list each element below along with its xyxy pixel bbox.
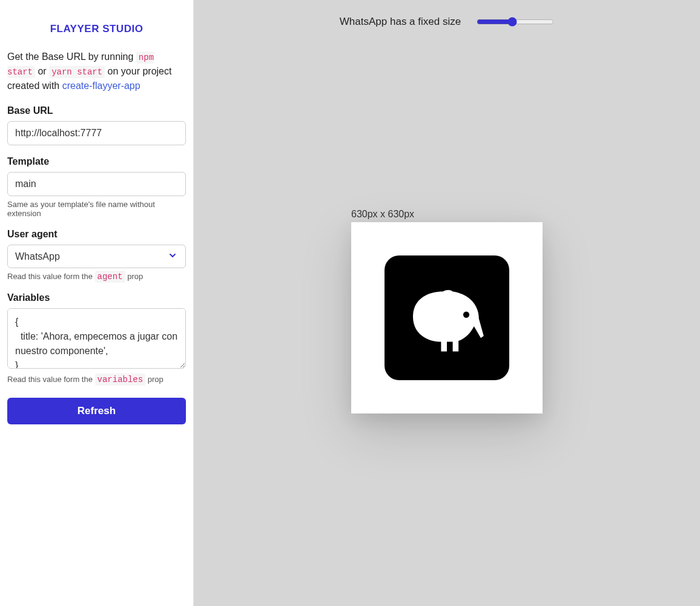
refresh-button[interactable]: Refresh: [7, 398, 186, 424]
template-input[interactable]: [7, 172, 186, 196]
preview-box-wrap: 630px x 630px: [351, 209, 543, 413]
create-flayyer-app-link[interactable]: create-flayyer-app: [62, 81, 140, 91]
preview-canvas: WhatsApp has a fixed size 630px x 630px: [194, 0, 700, 606]
user-agent-helper: Read this value form the agent prop: [7, 272, 186, 282]
kiwi-tile: [385, 255, 509, 380]
user-agent-select-wrap: WhatsApp: [7, 245, 186, 268]
template-helper: Same as your template's file name withou…: [7, 200, 186, 218]
user-agent-helper-lead: Read this value form the: [7, 272, 95, 281]
base-url-input[interactable]: [7, 121, 186, 145]
intro-lead: Get the Base URL by running: [7, 51, 136, 62]
code-yarn-start: yarn start: [49, 66, 105, 78]
preview-box: [351, 222, 543, 413]
app-title: FLAYYER STUDIO: [7, 0, 186, 50]
base-url-field: Base URL: [7, 105, 186, 145]
sidebar: FLAYYER STUDIO Get the Base URL by runni…: [0, 0, 194, 606]
variables-helper: Read this value form the variables prop: [7, 375, 186, 384]
preview-area: 630px x 630px: [194, 16, 700, 606]
variables-textarea[interactable]: { title: 'Ahora, empecemos a jugar con n…: [7, 308, 186, 369]
kiwi-icon: [398, 268, 495, 367]
base-url-label: Base URL: [7, 105, 186, 116]
user-agent-select[interactable]: WhatsApp: [7, 245, 186, 268]
user-agent-label: User agent: [7, 229, 186, 240]
svg-point-0: [463, 311, 469, 317]
user-agent-helper-tail: prop: [125, 272, 144, 281]
intro-or: or: [35, 66, 49, 76]
preview-dimensions: 630px x 630px: [351, 209, 414, 220]
code-agent: agent: [95, 271, 125, 283]
intro-text: Get the Base URL by running npm start or…: [7, 50, 186, 93]
variables-helper-tail: prop: [145, 375, 163, 384]
code-variables: variables: [95, 374, 146, 386]
variables-label: Variables: [7, 292, 186, 303]
variables-helper-lead: Read this value form the: [7, 375, 95, 384]
template-field: Template Same as your template's file na…: [7, 156, 186, 218]
template-label: Template: [7, 156, 186, 167]
variables-field: Variables { title: 'Ahora, empecemos a j…: [7, 292, 186, 384]
user-agent-field: User agent WhatsApp Read this value form…: [7, 229, 186, 282]
